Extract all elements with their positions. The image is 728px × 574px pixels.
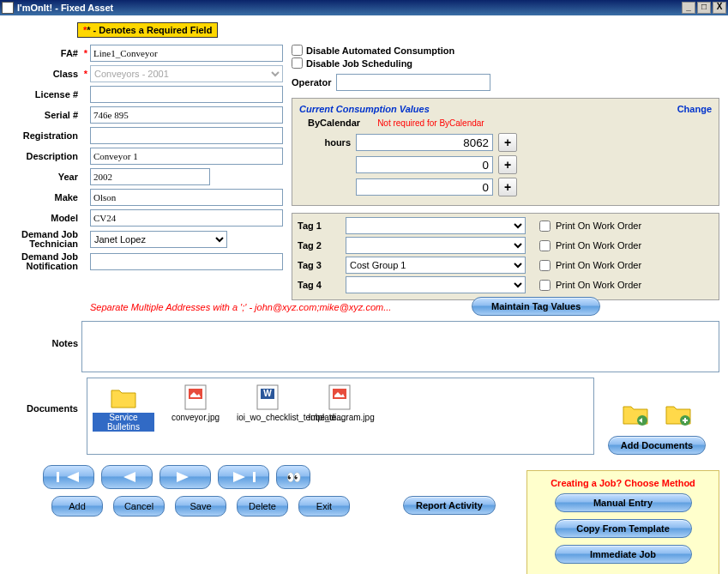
consumption-panel: Current Consumption Values Change ByCale… bbox=[292, 98, 719, 206]
doc-item-word[interactable]: W ioi_wo_checklist_template.... bbox=[237, 384, 298, 449]
svg-text:W: W bbox=[263, 389, 272, 398]
tag3-select[interactable]: Cost Group 1 bbox=[346, 257, 526, 274]
tag4-label: Tag 4 bbox=[298, 280, 340, 290]
license-label: License # bbox=[9, 89, 81, 100]
window-title: I'mOnIt! - Fixed Asset bbox=[17, 3, 680, 13]
minimize-button[interactable]: _ bbox=[682, 2, 695, 14]
nav-prev-button[interactable] bbox=[101, 465, 153, 489]
demand-notif-input[interactable] bbox=[90, 253, 283, 270]
class-select[interactable]: Conveyors - 2001 bbox=[90, 65, 283, 82]
tag1-label: Tag 1 bbox=[298, 221, 340, 231]
consumption-title: Current Consumption Values bbox=[299, 104, 430, 114]
close-button[interactable]: X bbox=[713, 2, 726, 14]
svg-rect-9 bbox=[57, 472, 59, 482]
make-label: Make bbox=[9, 192, 81, 202]
doc-item-image2[interactable]: lube_diagram.jpg bbox=[309, 384, 370, 449]
serial-label: Serial # bbox=[9, 110, 81, 120]
add-documents-button[interactable]: Add Documents bbox=[608, 436, 706, 455]
notes-label: Notes bbox=[9, 321, 81, 372]
plus-button-3[interactable]: + bbox=[498, 178, 517, 196]
tag1-print-label: Print On Work Order bbox=[556, 221, 641, 231]
hours-input-1[interactable] bbox=[356, 134, 493, 151]
bycalendar-label: ByCalendar bbox=[299, 118, 360, 128]
folder-icon bbox=[110, 384, 137, 411]
cancel-button[interactable]: Cancel bbox=[113, 496, 165, 517]
job-panel: Creating a Job? Choose Method Manual Ent… bbox=[526, 470, 719, 574]
fa-num-label: FA# bbox=[9, 48, 81, 58]
report-activity-button[interactable]: Report Activity bbox=[403, 496, 496, 515]
tag4-print-check[interactable] bbox=[539, 280, 551, 291]
operator-label: Operator bbox=[292, 77, 331, 88]
nav-first-button[interactable] bbox=[43, 465, 94, 489]
email-hint: Separate Multiple Addresses with a ';' -… bbox=[90, 302, 719, 312]
class-label: Class bbox=[9, 69, 81, 79]
maximize-button[interactable]: □ bbox=[697, 2, 711, 14]
titlebar: I'mOnIt! - Fixed Asset _ □ X bbox=[0, 0, 728, 15]
tag2-print-check[interactable] bbox=[539, 240, 551, 251]
hours-input-3[interactable] bbox=[356, 178, 493, 196]
delete-button[interactable]: Delete bbox=[237, 496, 288, 517]
description-input[interactable] bbox=[90, 148, 283, 165]
job-panel-title: Creating a Job? Choose Method bbox=[534, 478, 712, 488]
tags-panel: Tag 1 Print On Work Order Tag 2 Print On… bbox=[292, 213, 719, 300]
disable-auto-check[interactable] bbox=[292, 45, 303, 56]
license-input[interactable] bbox=[90, 86, 283, 103]
model-input[interactable] bbox=[90, 209, 283, 227]
plus-button-1[interactable]: + bbox=[498, 133, 517, 152]
tag1-print-check[interactable] bbox=[539, 221, 551, 232]
demand-tech-label: Demand Job Technician bbox=[9, 230, 81, 249]
app-icon bbox=[2, 2, 14, 14]
left-column: FA# * Class * Conveyors - 2001 License #… bbox=[9, 45, 283, 300]
disable-job-label: Disable Job Scheduling bbox=[306, 58, 412, 69]
binoculars-icon: 👀 bbox=[286, 470, 301, 484]
serial-input[interactable] bbox=[90, 106, 283, 124]
manual-entry-button[interactable]: Manual Entry bbox=[555, 493, 692, 512]
tag3-print-label: Print On Work Order bbox=[556, 260, 641, 270]
plus-button-2[interactable]: + bbox=[498, 155, 517, 174]
tag4-select[interactable] bbox=[346, 276, 526, 293]
operator-input[interactable] bbox=[336, 74, 490, 91]
change-link[interactable]: Change bbox=[677, 104, 712, 114]
tag2-print-label: Print On Work Order bbox=[556, 240, 641, 251]
hours-input-2[interactable] bbox=[356, 156, 493, 173]
maintain-tags-button[interactable]: Maintain Tag Values bbox=[472, 297, 600, 316]
make-input[interactable] bbox=[90, 189, 283, 206]
year-input[interactable] bbox=[90, 168, 210, 185]
tag4-print-label: Print On Work Order bbox=[556, 280, 641, 290]
immediate-job-button[interactable]: Immediate Job bbox=[555, 545, 692, 564]
image-icon bbox=[326, 384, 353, 411]
registration-input[interactable] bbox=[90, 127, 283, 144]
demand-notif-label: Demand Job Notification bbox=[9, 252, 81, 271]
nav-search-button[interactable]: 👀 bbox=[276, 465, 310, 489]
save-button[interactable]: Save bbox=[175, 496, 226, 517]
tag3-print-check[interactable] bbox=[539, 260, 551, 271]
documents-box[interactable]: Service Bulletins conveyor.jpg W ioi_wo_… bbox=[87, 378, 594, 455]
model-label: Model bbox=[9, 213, 81, 223]
tag2-label: Tag 2 bbox=[298, 240, 340, 251]
nav-last-button[interactable] bbox=[218, 465, 269, 489]
folder-add-icon[interactable] bbox=[665, 402, 692, 426]
exit-button[interactable]: Exit bbox=[298, 496, 350, 517]
add-button[interactable]: Add bbox=[51, 496, 103, 517]
svg-rect-10 bbox=[253, 472, 256, 482]
doc-item-folder[interactable]: Service Bulletins bbox=[93, 384, 154, 449]
notes-textarea[interactable] bbox=[81, 321, 719, 372]
hours-label: hours bbox=[299, 137, 351, 148]
demand-tech-select[interactable]: Janet Lopez bbox=[90, 231, 227, 248]
copy-template-button[interactable]: Copy From Template bbox=[555, 519, 692, 538]
tag1-select[interactable] bbox=[346, 217, 526, 234]
folder-back-icon[interactable] bbox=[622, 402, 649, 426]
fa-num-input[interactable] bbox=[90, 45, 283, 62]
word-icon: W bbox=[254, 384, 281, 411]
tag3-label: Tag 3 bbox=[298, 260, 340, 270]
documents-label: Documents bbox=[9, 378, 81, 455]
right-column: Disable Automated Consumption Disable Jo… bbox=[292, 45, 719, 300]
nav-next-button[interactable] bbox=[159, 465, 211, 489]
doc-item-image1[interactable]: conveyor.jpg bbox=[165, 384, 226, 449]
disable-auto-label: Disable Automated Consumption bbox=[306, 45, 454, 56]
tag2-select[interactable] bbox=[346, 237, 526, 254]
required-note-text: * - Denotes a Required Field bbox=[87, 25, 212, 35]
not-required-text: Not required for ByCalendar bbox=[377, 118, 484, 128]
disable-job-check[interactable] bbox=[292, 57, 303, 69]
year-label: Year bbox=[9, 172, 81, 182]
